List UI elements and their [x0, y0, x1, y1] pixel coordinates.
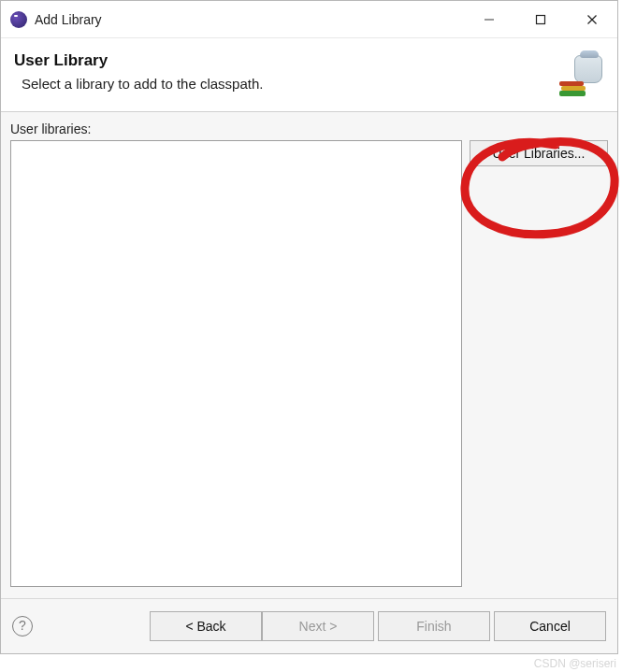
- svg-rect-1: [536, 15, 544, 23]
- wizard-footer: ? < Back Next > Finish Cancel: [1, 599, 617, 653]
- window-title: Add Library: [35, 12, 463, 27]
- wizard-content: User libraries: User Libraries...: [1, 112, 617, 599]
- page-description: Select a library to add to the classpath…: [14, 76, 559, 92]
- page-title: User Library: [14, 51, 559, 70]
- eclipse-icon: [10, 11, 27, 28]
- maximize-button[interactable]: [514, 2, 566, 37]
- back-button[interactable]: < Back: [150, 611, 262, 641]
- user-libraries-button[interactable]: User Libraries...: [470, 140, 608, 166]
- next-button[interactable]: Next >: [262, 611, 374, 641]
- watermark: CSDN @seriseri: [534, 657, 616, 670]
- minimize-button[interactable]: [463, 2, 514, 37]
- user-libraries-listbox[interactable]: [10, 140, 462, 587]
- help-icon[interactable]: ?: [12, 616, 33, 636]
- cancel-button[interactable]: Cancel: [494, 611, 606, 641]
- titlebar: Add Library: [1, 1, 617, 38]
- close-button[interactable]: [566, 2, 617, 37]
- library-jar-icon: [559, 51, 604, 96]
- finish-button[interactable]: Finish: [378, 611, 490, 641]
- wizard-header: User Library Select a library to add to …: [1, 38, 617, 112]
- add-library-dialog: Add Library User Library Select a librar…: [0, 0, 618, 654]
- user-libraries-label: User libraries:: [10, 122, 608, 136]
